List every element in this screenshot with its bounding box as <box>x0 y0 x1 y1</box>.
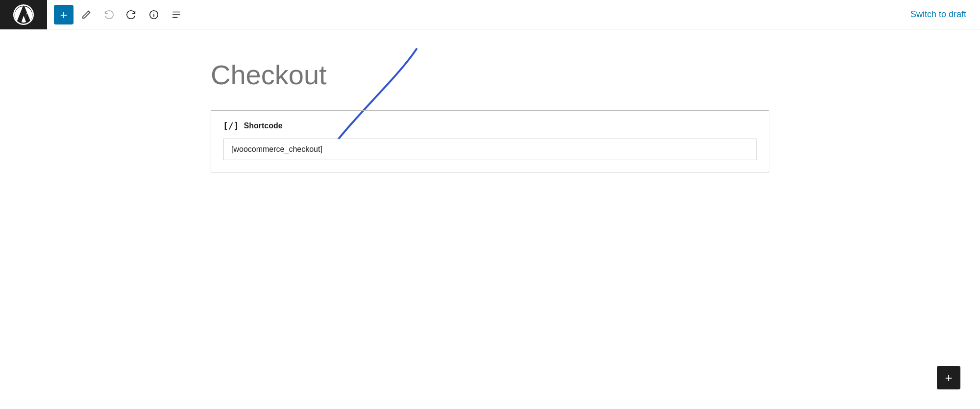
redo-button[interactable] <box>122 5 141 24</box>
toolbar: + <box>0 0 980 29</box>
block-type-label: Shortcode <box>244 121 283 130</box>
wp-logo-area <box>0 0 47 29</box>
undo-icon <box>103 9 114 20</box>
info-icon <box>148 9 159 20</box>
list-view-button[interactable] <box>167 5 186 24</box>
shortcode-block-icon: [/] <box>223 120 239 131</box>
switch-to-draft-button[interactable]: Switch to draft <box>910 9 966 20</box>
page-title: Checkout <box>211 59 769 91</box>
shortcode-input[interactable] <box>223 139 757 160</box>
add-block-bottom-button[interactable]: + <box>937 366 960 389</box>
add-icon: + <box>60 8 67 21</box>
redo-icon <box>126 9 137 20</box>
shortcode-block: [/] Shortcode <box>211 110 769 172</box>
toolbar-left: + <box>47 5 897 24</box>
list-view-icon <box>171 9 182 20</box>
toolbar-right: Switch to draft <box>897 9 980 20</box>
editor-area: Checkout [/] Shortcode <box>122 29 858 202</box>
wordpress-logo-icon <box>13 4 34 25</box>
svg-point-2 <box>153 12 154 13</box>
details-button[interactable] <box>144 5 164 24</box>
block-header: [/] Shortcode <box>223 120 757 131</box>
tools-button[interactable] <box>76 5 96 24</box>
add-bottom-icon: + <box>945 370 952 385</box>
add-block-button[interactable]: + <box>54 5 74 24</box>
undo-button[interactable] <box>99 5 119 24</box>
pencil-icon <box>81 10 91 20</box>
